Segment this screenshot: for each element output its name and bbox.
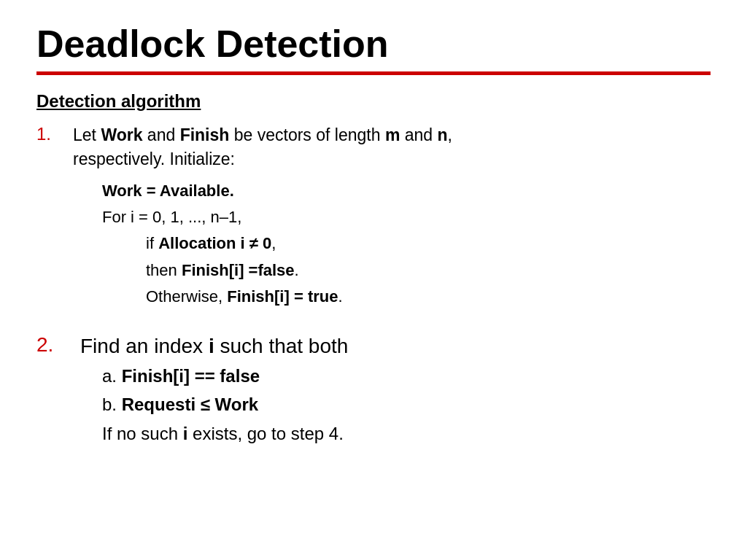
indent-finish-true: Finish[i] = true xyxy=(227,287,338,306)
item2-indent-a: a. Finish[i] == false xyxy=(102,362,711,391)
item1-rest: be vectors of length xyxy=(229,125,385,144)
item1-work: Work xyxy=(101,125,142,144)
red-divider xyxy=(36,71,711,75)
item2-number: 2. xyxy=(36,332,80,357)
indent-line3-suffix: , xyxy=(271,234,276,252)
item2-text2: such that both xyxy=(214,335,349,357)
item1-comma: , xyxy=(448,125,452,144)
indent-line4-suffix: . xyxy=(295,261,299,279)
item2-content: Find an index i such that both a. Finish… xyxy=(80,332,711,448)
item1-line2: respectively. Initialize: xyxy=(73,149,235,168)
item2-i: i xyxy=(209,335,214,357)
item2-c-text: If no such xyxy=(102,424,183,443)
indent-line5: Otherwise, Finish[i] = true. xyxy=(146,284,711,310)
item1-and2: and xyxy=(400,125,437,144)
item2-a-prefix: a. xyxy=(102,366,122,386)
item2-c-suffix: exists, go to step 4. xyxy=(187,424,343,443)
item2-indent-b: b. Requesti ≤ Work xyxy=(102,390,711,419)
indent-finish-false: Finish[i] =false xyxy=(182,261,295,279)
list-item-1: 1. Let Work and Finish be vectors of len… xyxy=(36,123,711,310)
item1-and1: and xyxy=(142,125,179,144)
page-title: Deadlock Detection xyxy=(36,22,711,66)
item2-indent: a. Finish[i] == false b. Requesti ≤ Work… xyxy=(102,362,711,448)
algorithm-list: 1. Let Work and Finish be vectors of len… xyxy=(36,123,711,448)
indent-line3: if Allocation i ≠ 0, xyxy=(146,230,711,257)
item2-finish-false: Finish[i] == false xyxy=(122,366,260,386)
indent-line3-prefix: if xyxy=(146,234,158,252)
section-heading: Detection algorithm xyxy=(36,91,711,112)
item2-request-leq-work: Requesti ≤ Work xyxy=(122,394,258,414)
item2-b-prefix: b. xyxy=(102,394,122,414)
item1-n: n xyxy=(437,125,447,144)
item1-content: Let Work and Finish be vectors of length… xyxy=(73,123,711,310)
list-item-2: 2. Find an index i such that both a. Fin… xyxy=(36,332,711,448)
indent-work-available: Work = Available. xyxy=(102,182,234,200)
item2-text1: Find an index xyxy=(80,335,209,357)
indent-line5-suffix: . xyxy=(338,287,342,306)
item2-indent-c: If no such i exists, go to step 4. xyxy=(102,419,711,448)
indent-line4: then Finish[i] =false. xyxy=(146,257,711,284)
item1-indent: Work = Available. For i = 0, 1, ..., n–1… xyxy=(102,178,711,310)
indent-alloc-neq: Allocation i ≠ 0 xyxy=(158,234,271,252)
page-container: Deadlock Detection Detection algorithm 1… xyxy=(0,0,747,560)
item1-intro: Let xyxy=(73,125,101,144)
indent-line4-prefix: then xyxy=(146,261,182,279)
indent-line2: For i = 0, 1, ..., n–1, xyxy=(102,204,711,230)
item1-finish: Finish xyxy=(180,125,230,144)
indent-line5-prefix: Otherwise, xyxy=(146,287,227,306)
item1-m: m xyxy=(385,125,400,144)
item1-number: 1. xyxy=(36,123,73,144)
indent-line1: Work = Available. xyxy=(102,178,711,204)
